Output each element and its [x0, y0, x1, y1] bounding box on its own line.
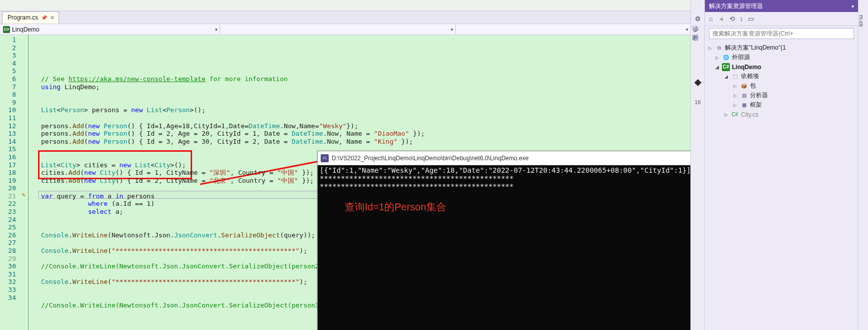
- solution-explorer-header[interactable]: 解决方案资源管理器 ▾: [705, 0, 858, 12]
- breadcrumb-namespace[interactable]: C# LinqDemo ▾: [0, 24, 220, 35]
- code-line[interactable]: persons.Add(new Person() { Id = 3, Age =…: [41, 138, 690, 146]
- home-icon[interactable]: ⌂: [709, 15, 713, 23]
- console-icon: C\: [321, 154, 329, 162]
- file-tab-label: Program.cs: [8, 14, 38, 21]
- tree-label: 包: [750, 82, 756, 90]
- line-marker-number: 18: [694, 99, 700, 105]
- solution-search-box: [709, 28, 854, 39]
- tree-node-solution[interactable]: ▷⧉ 解决方案"LinqDemo"(1: [707, 43, 856, 53]
- back-icon[interactable]: ◄: [718, 15, 724, 23]
- tree-label: 外部源: [732, 53, 750, 62]
- editor-area[interactable]: 1234567891011121314151617181920212223242…: [0, 35, 690, 330]
- marker-rail: ⚙ 诊断 18: [690, 0, 704, 330]
- sync-icon[interactable]: ↕: [740, 15, 743, 23]
- code-line[interactable]: [41, 114, 690, 122]
- chevron-down-icon: ▾: [451, 27, 453, 32]
- editor-column: Program.cs 📌 ✕ C# LinqDemo ▾ ▾ ▾ 1234567…: [0, 0, 690, 330]
- close-icon[interactable]: ✕: [50, 15, 55, 21]
- line-gutter: 1234567891011121314151617181920212223242…: [0, 35, 20, 330]
- tree-node-frameworks[interactable]: ▷▦ 框架: [707, 100, 856, 110]
- code-line[interactable]: persons.Add(new Person() { Id = 2, Age =…: [41, 130, 690, 138]
- code-line[interactable]: using LinqDemo;: [41, 83, 690, 91]
- breadcrumb-bar: C# LinqDemo ▾ ▾ ▾: [0, 24, 690, 35]
- ide-root: Program.cs 📌 ✕ C# LinqDemo ▾ ▾ ▾ 1234567…: [0, 0, 868, 330]
- solution-tree: ▷⧉ 解决方案"LinqDemo"(1 ▷🌐 外部源 ◢C# LinqDemo …: [705, 41, 858, 330]
- tree-label: LinqDemo: [732, 64, 761, 71]
- toolbar-strip: [0, 0, 690, 11]
- code-line[interactable]: [41, 91, 690, 99]
- show-all-icon[interactable]: ▭: [748, 15, 754, 23]
- tree-label: 解决方案"LinqDemo"(1: [725, 44, 786, 52]
- csharp-icon: C#: [3, 26, 10, 33]
- code-line[interactable]: List<Person> persons = new List<Person>(…: [41, 106, 690, 114]
- window-buttons: — ☐ ✕: [688, 151, 690, 165]
- right-dock-tabs: m.cs: [858, 0, 868, 330]
- tree-label: 框架: [750, 101, 762, 109]
- breadcrumb-member[interactable]: ▾: [456, 24, 691, 35]
- console-line: ****************************************…: [320, 174, 690, 182]
- console-line: [{"Id":1,"Name":"Wesky","Age":18,"Date":…: [320, 166, 690, 174]
- console-title-text: D:\VS2022_Project\LinqDemo\LinqDemo\bin\…: [332, 155, 685, 162]
- edit-indicator-column: ✎: [20, 35, 27, 330]
- chevron-down-icon: ▾: [215, 27, 218, 32]
- breadcrumb-type[interactable]: ▾: [220, 24, 456, 35]
- panel-header-buttons: ▾: [851, 4, 854, 9]
- bookmark-marker[interactable]: [692, 77, 703, 88]
- solution-explorer-title: 解决方案资源管理器: [709, 2, 763, 11]
- tree-label: 依赖项: [741, 72, 759, 81]
- pin-icon[interactable]: 📌: [41, 15, 47, 21]
- gear-icon[interactable]: ⚙: [692, 13, 703, 24]
- solution-explorer-toolbar: ⌂ ◄ ⟲ ↕ ▭: [705, 12, 858, 26]
- dropdown-icon[interactable]: ▾: [851, 4, 854, 9]
- tree-node-packages[interactable]: ▷📦 包: [707, 81, 856, 91]
- breadcrumb-text: LinqDemo: [12, 26, 40, 33]
- tree-node-deps[interactable]: ◢⬚ 依赖项: [707, 72, 856, 81]
- tree-node-external[interactable]: ▷🌐 外部源: [707, 53, 856, 62]
- indent-guide: [28, 35, 38, 330]
- tree-node-city-cs[interactable]: ▷C# City.cs: [707, 110, 856, 119]
- console-window: C\ D:\VS2022_Project\LinqDemo\LinqDemo\b…: [317, 151, 690, 330]
- console-output[interactable]: ^ [{"Id":1,"Name":"Wesky","Age":18,"Date…: [318, 165, 690, 330]
- code-line[interactable]: [41, 99, 690, 107]
- vertical-tab-mcs[interactable]: m.cs: [858, 0, 864, 27]
- tab-bar: Program.cs 📌 ✕: [0, 11, 690, 24]
- tree-node-project[interactable]: ◢C# LinqDemo: [707, 62, 856, 72]
- solution-explorer: 解决方案资源管理器 ▾ ⌂ ◄ ⟲ ↕ ▭ ▷⧉ 解决方案"LinqDemo"(…: [704, 0, 858, 330]
- code-line[interactable]: // See https://aka.ms/new-console-templa…: [41, 75, 690, 83]
- chevron-down-icon: ▾: [686, 27, 688, 32]
- annotation-text: 查询Id=1的Person集合: [345, 200, 446, 214]
- tree-node-analyzers[interactable]: ▷▤ 分析器: [707, 91, 856, 100]
- file-tab-program[interactable]: Program.cs 📌 ✕: [2, 12, 59, 24]
- console-line: ****************************************…: [320, 182, 690, 190]
- solution-search-input[interactable]: [709, 28, 854, 39]
- console-titlebar[interactable]: C\ D:\VS2022_Project\LinqDemo\LinqDemo\b…: [318, 151, 690, 165]
- tree-label: 分析器: [750, 91, 768, 100]
- collapse-icon[interactable]: ⟲: [729, 15, 735, 23]
- diagnostics-tab[interactable]: 诊断: [692, 28, 703, 39]
- minimize-button[interactable]: —: [688, 151, 690, 165]
- code-line[interactable]: persons.Add(new Person() { Id=1,Age=18,C…: [41, 122, 690, 130]
- tree-label: City.cs: [741, 111, 758, 118]
